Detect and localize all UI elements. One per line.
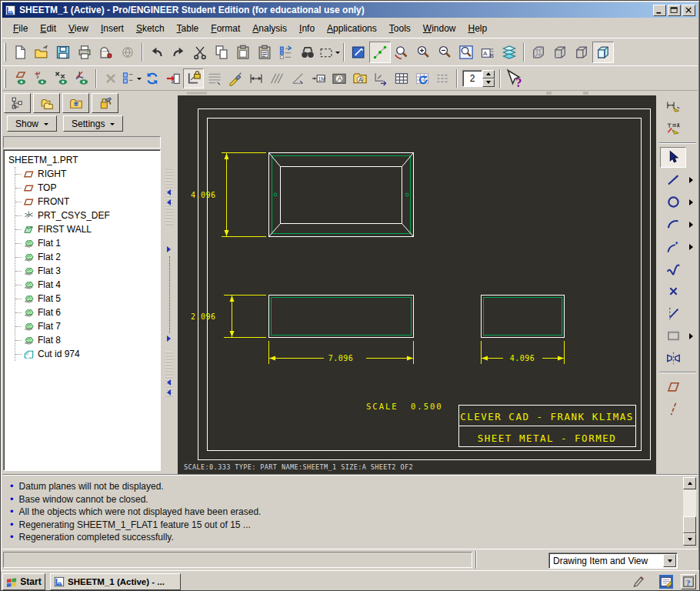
title-block[interactable]: CLEVER CAD - FRANK KLIMAS SHEET METAL - … bbox=[459, 406, 636, 447]
draft-grid-button[interactable] bbox=[204, 68, 225, 88]
email-button[interactable] bbox=[95, 42, 117, 63]
move-view-button[interactable] bbox=[370, 68, 391, 88]
orient-mode-button[interactable] bbox=[391, 42, 412, 63]
menu-file[interactable]: File bbox=[7, 21, 34, 36]
taskbar-item-sheetm1[interactable]: SHEETM_1 (Active) - ... bbox=[50, 573, 181, 590]
datum-planes-toggle[interactable] bbox=[9, 68, 30, 88]
spline-tool[interactable] bbox=[660, 259, 686, 279]
note-tray-icon[interactable] bbox=[659, 575, 673, 589]
repeat-region-button[interactable] bbox=[432, 68, 453, 88]
redo-button[interactable] bbox=[168, 42, 189, 63]
tree-root[interactable]: SHEETM_1.PRT bbox=[8, 153, 160, 167]
tree-item-right[interactable]: RIGHT bbox=[15, 167, 160, 181]
arc-tool[interactable] bbox=[660, 214, 686, 235]
line-tool[interactable] bbox=[660, 169, 686, 190]
save-button[interactable] bbox=[52, 42, 74, 63]
tree-item-flat-8[interactable]: Flat 8 bbox=[15, 333, 160, 347]
menu-table[interactable]: Table bbox=[171, 21, 205, 36]
format-paint-button[interactable] bbox=[225, 68, 245, 88]
toolbar-grip[interactable] bbox=[4, 69, 6, 88]
saved-views-button[interactable]: AB bbox=[477, 42, 498, 63]
spin-up-button[interactable] bbox=[482, 70, 495, 78]
datum-axis-tool[interactable] bbox=[660, 399, 686, 419]
flyout-arrow-icon[interactable] bbox=[689, 333, 696, 339]
open-file-button[interactable] bbox=[31, 42, 52, 63]
find-button[interactable] bbox=[297, 42, 318, 63]
tree-item-flat-4[interactable]: Flat 4 bbox=[15, 278, 160, 292]
datum-axes-toggle[interactable] bbox=[30, 68, 51, 88]
tab-model-tree[interactable] bbox=[4, 93, 31, 113]
zoom-out-button[interactable] bbox=[434, 42, 455, 63]
model-tree[interactable]: SHEETM_1.PRT RIGHTTOPFRONTPRT_CSYS_DEFFI… bbox=[3, 149, 161, 471]
collapse-left-icon[interactable] bbox=[167, 189, 171, 195]
dimension-sketch-button[interactable] bbox=[660, 96, 686, 117]
rectangle-tool[interactable] bbox=[660, 326, 686, 346]
tree-item-flat-1[interactable]: Flat 1 bbox=[15, 236, 160, 250]
drawing-area[interactable]: 4.096 2.096 7.096 4.096 SCALE 0.500 bbox=[178, 91, 656, 474]
spin-down-button[interactable] bbox=[482, 78, 495, 87]
use-edge-tool[interactable] bbox=[660, 303, 686, 324]
mirror-tool[interactable] bbox=[660, 348, 686, 369]
expand-right-icon[interactable] bbox=[167, 246, 171, 252]
toolbar-grip[interactable] bbox=[4, 43, 6, 62]
panel-splitter[interactable] bbox=[162, 91, 178, 474]
scroll-down-button[interactable] bbox=[683, 533, 696, 546]
minimize-button[interactable] bbox=[653, 5, 666, 16]
start-button[interactable]: Start bbox=[2, 573, 45, 590]
menu-format[interactable]: Format bbox=[205, 21, 246, 36]
expand-right-icon[interactable] bbox=[167, 336, 171, 342]
maximize-button[interactable] bbox=[668, 5, 681, 16]
new-file-button[interactable] bbox=[9, 42, 31, 63]
tree-item-top[interactable]: TOP bbox=[15, 181, 160, 195]
model-tree-toggle-button[interactable] bbox=[275, 42, 297, 63]
datum-points-toggle[interactable] bbox=[51, 68, 72, 88]
print-button[interactable] bbox=[74, 42, 95, 63]
tree-item-flat-3[interactable]: Flat 3 bbox=[15, 264, 160, 278]
message-scrollbar[interactable] bbox=[683, 477, 696, 546]
no-hidden-button[interactable] bbox=[571, 42, 592, 63]
text-style-button[interactable]: A bbox=[349, 68, 370, 88]
tree-item-flat-5[interactable]: Flat 5 bbox=[15, 292, 160, 306]
dimension-button[interactable] bbox=[245, 68, 266, 88]
dim-text[interactable]: 7.096 bbox=[328, 354, 354, 362]
zoom-in-button[interactable] bbox=[412, 42, 434, 63]
tab-favorites[interactable] bbox=[62, 93, 89, 113]
layer-list-button[interactable] bbox=[121, 68, 142, 88]
hatch-button[interactable] bbox=[266, 68, 287, 88]
delete-button[interactable] bbox=[100, 68, 121, 88]
menu-view[interactable]: View bbox=[62, 21, 95, 36]
update-table-button[interactable] bbox=[412, 68, 432, 88]
tree-item-flat-6[interactable]: Flat 6 bbox=[15, 306, 160, 319]
drawing-canvas[interactable]: 4.096 2.096 7.096 4.096 SCALE 0.500 bbox=[178, 91, 656, 474]
related-objects-button[interactable] bbox=[117, 42, 138, 63]
select-tool[interactable] bbox=[660, 147, 686, 168]
insert-view-button[interactable] bbox=[162, 68, 183, 88]
datum-plane-tool[interactable] bbox=[660, 376, 686, 397]
combo-dropdown-button[interactable] bbox=[663, 554, 676, 567]
menu-insert[interactable]: Insert bbox=[95, 21, 130, 36]
selection-filter-combo[interactable]: Drawing Item and View bbox=[548, 553, 678, 569]
cut-button[interactable] bbox=[189, 42, 211, 63]
paste-button[interactable] bbox=[232, 42, 254, 63]
menu-help[interactable]: Help bbox=[462, 21, 493, 36]
scroll-up-button[interactable] bbox=[683, 477, 696, 489]
collapse-left-icon[interactable] bbox=[167, 389, 171, 396]
menu-tools[interactable]: Tools bbox=[383, 21, 417, 36]
tree-item-front[interactable]: FRONT bbox=[15, 195, 160, 209]
tree-item-first-wall[interactable]: FIRST WALL bbox=[15, 222, 160, 236]
scroll-thumb[interactable] bbox=[683, 516, 696, 533]
paste-special-button[interactable] bbox=[254, 42, 275, 63]
csys-display-toggle[interactable] bbox=[72, 68, 92, 88]
circle-tool[interactable] bbox=[660, 192, 686, 212]
tab-connections[interactable] bbox=[92, 93, 118, 113]
copy-button[interactable] bbox=[211, 42, 232, 63]
menu-sketch[interactable]: Sketch bbox=[130, 21, 171, 36]
tree-item-cut-id-974[interactable]: Cut id 974 bbox=[15, 347, 160, 361]
help-tray-button[interactable]: ? bbox=[681, 574, 696, 589]
lock-view-button[interactable] bbox=[183, 68, 204, 88]
sheet-number-spinner[interactable]: 2 bbox=[462, 70, 495, 87]
layers-button[interactable] bbox=[498, 42, 520, 63]
constraints-sketch-button[interactable] bbox=[660, 119, 686, 139]
update-sheets-button[interactable] bbox=[142, 68, 162, 88]
note-button[interactable]: A bbox=[328, 68, 349, 88]
